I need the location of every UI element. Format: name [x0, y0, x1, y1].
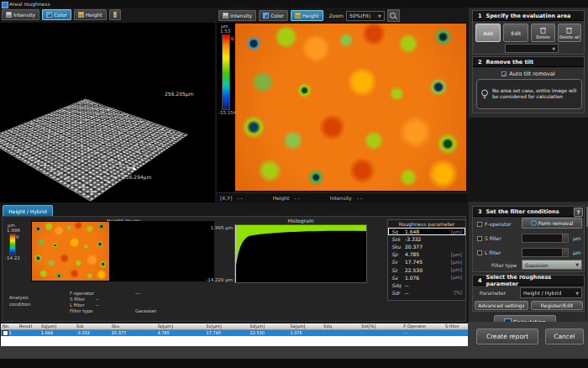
- area-select[interactable]: ▼: [505, 44, 559, 53]
- auto-tilt-checkbox[interactable]: [501, 71, 507, 76]
- view-3d[interactable]: 256.205μm 256.294μm: [0, 23, 215, 202]
- view-2d[interactable]: μm 1.53 0 -15.154: [217, 23, 467, 192]
- intensity-3d-button[interactable]: Intensity: [2, 9, 39, 20]
- roughness-parameter-panel: Roughness parameter Sq 1.648 [μm] Ssk -3…: [387, 219, 466, 301]
- analysis-f-operator-label: F-operator: [70, 291, 94, 296]
- width-dimension-label: 256.294μm: [123, 174, 151, 180]
- cursor-status-bar: [X,Y] - - Height - - Intensity - -: [217, 192, 467, 202]
- height-image-frame: [31, 221, 214, 281]
- colorbar-gradient: [222, 34, 230, 110]
- intensity-3d-label: Intensity: [13, 12, 35, 18]
- height-color-map: [235, 24, 466, 191]
- tab-height-hybrid-label: Height / Hybrid: [8, 208, 46, 214]
- intensity-2d-label: Intensity: [230, 13, 252, 18]
- analysis-label-1: Analysis: [9, 295, 29, 300]
- delete-area-button[interactable]: Delete: [531, 24, 554, 42]
- surface-3d-plane: [0, 99, 187, 201]
- mini-colorbar-gradient: [9, 234, 16, 255]
- trash-icon: [540, 27, 546, 34]
- histogram-title: Histogram: [234, 218, 367, 223]
- roughness-title: Roughness parameter: [388, 220, 465, 228]
- analysis-s-filter-value: --: [96, 297, 99, 302]
- s-filter-input[interactable]: [522, 234, 569, 243]
- zoom-label: Zoom: [329, 13, 344, 18]
- analysis-f-operator-value: ---: [135, 291, 140, 296]
- roughness-row-sp[interactable]: Sp 4.785 [μm]: [388, 250, 465, 258]
- right-panel-gap: [469, 118, 588, 202]
- section-remove-tilt: 2 Remove the tilt Auto tilt removal No a…: [472, 56, 585, 113]
- l-filter-checkbox[interactable]: [477, 250, 482, 255]
- chevron-down-icon: ▼: [575, 291, 579, 296]
- section3-header: 3 Set the filter conditions ?: [473, 207, 584, 217]
- analysis-filter-type-value: Gaussian: [135, 308, 156, 313]
- add-area-button[interactable]: Add: [475, 24, 501, 42]
- section-filter-conditions: 3 Set the filter conditions ? F-operator…: [472, 206, 585, 272]
- height-status-value: - -: [294, 195, 299, 201]
- roughness-row-sz[interactable]: Sz 22.530 [μm]: [388, 265, 465, 273]
- section2-header: 2 Remove the tilt: [473, 57, 584, 67]
- histogram-min-label: -14.220 μm: [196, 277, 233, 282]
- f-operator-checkbox[interactable]: [477, 222, 482, 227]
- result-detail-panel: Height image μm 1.996 0 -14.22 Histogram…: [2, 216, 466, 322]
- height-3d-button[interactable]: Height: [74, 9, 107, 20]
- roughness-row-sv[interactable]: Sv 17.745 [μm]: [388, 258, 465, 265]
- zoom-select[interactable]: 50%(Fit) ▼: [346, 11, 385, 21]
- roughness-row-sa[interactable]: Sa 1.076 [μm]: [388, 274, 465, 281]
- toolbar-3d: Intensity Color Height: [2, 9, 121, 20]
- roughness-row-sq[interactable]: Sq 1.648 [μm]: [388, 228, 465, 235]
- form-removal-icon: [531, 220, 537, 226]
- depth-dimension-label: 256.205μm: [165, 91, 193, 97]
- colorbar-zero: 0: [231, 36, 234, 41]
- height-3d-label: Height: [86, 12, 102, 18]
- height-2d-label: Height: [302, 13, 319, 18]
- xy-label: [X,Y]: [220, 195, 232, 201]
- section4-title: Select the roughness parameter: [486, 274, 584, 287]
- edit-area-button[interactable]: Edit: [503, 24, 528, 42]
- section-roughness-parameter: 4 Select the roughness parameter Paramet…: [472, 275, 585, 312]
- filter-type-select[interactable]: Gaussian ▼: [522, 260, 582, 270]
- form-removal-button[interactable]: Form removal: [522, 218, 582, 229]
- mini-colorbar-min: -14.22: [5, 255, 20, 260]
- analysis-label-2: condition: [9, 302, 30, 307]
- roughness-row-ssk[interactable]: Ssk -3.332: [388, 235, 465, 243]
- f-operator-label: F-operator: [485, 221, 512, 227]
- window-title: Areal roughness: [9, 1, 50, 7]
- tab-height-hybrid[interactable]: Height / Hybrid: [3, 205, 53, 217]
- bottom-strip: [0, 346, 468, 359]
- colorbar-min: -15.154: [218, 110, 236, 115]
- histogram-curve: [235, 225, 366, 282]
- l-filter-input[interactable]: [522, 248, 569, 257]
- chevron-down-icon: ▼: [552, 46, 555, 51]
- results-table-row[interactable]: 1 1.648 -3.332 20.377 4.785 17.745 22.53…: [1, 330, 468, 336]
- delete-all-areas-button[interactable]: Delete all: [558, 24, 581, 42]
- color-3d-button[interactable]: Color: [42, 9, 71, 20]
- view-mode-icon-button[interactable]: [109, 9, 121, 20]
- color-2d-label: Color: [270, 13, 284, 18]
- register-edit-button[interactable]: Register/Edit: [531, 301, 583, 310]
- section-evaluation-area: 1 Specify the evaluation area Add Edit D…: [472, 10, 585, 55]
- parameter-select[interactable]: Height / Hybrid ▼: [520, 287, 582, 298]
- l-filter-label: L filter: [485, 250, 501, 255]
- magnifier-button[interactable]: [387, 9, 400, 22]
- intensity-status-label: Intensity: [330, 195, 352, 201]
- section1-title: Specify the evaluation area: [486, 13, 571, 19]
- cancel-button[interactable]: Cancel: [545, 329, 584, 344]
- s-filter-checkbox[interactable]: [477, 236, 482, 241]
- section1-header: 1 Specify the evaluation area: [473, 11, 584, 21]
- info-line-1: No area set case, entire image will: [492, 88, 576, 94]
- analysis-l-filter-value: --: [96, 302, 99, 308]
- roughness-row-sdr[interactable]: Sdr -- [%]: [388, 289, 465, 297]
- advanced-settings-button[interactable]: Advanced settings: [475, 301, 528, 310]
- height-2d-button[interactable]: Height: [291, 10, 323, 21]
- help-button[interactable]: ?: [574, 208, 583, 217]
- intensity-2d-button[interactable]: Intensity: [218, 10, 256, 21]
- roughness-row-sku[interactable]: Sku 20.377: [388, 243, 465, 250]
- create-report-button[interactable]: Create report: [476, 329, 538, 344]
- analysis-s-filter-label: S filter: [70, 297, 85, 302]
- row-checkbox[interactable]: [3, 330, 8, 336]
- roughness-row-sdq[interactable]: Sdq --: [388, 281, 465, 289]
- height-icon: [78, 12, 84, 18]
- color-3d-label: Color: [54, 12, 67, 18]
- color-2d-button[interactable]: Color: [259, 10, 288, 21]
- zoom-value: 50%(Fit): [349, 13, 370, 18]
